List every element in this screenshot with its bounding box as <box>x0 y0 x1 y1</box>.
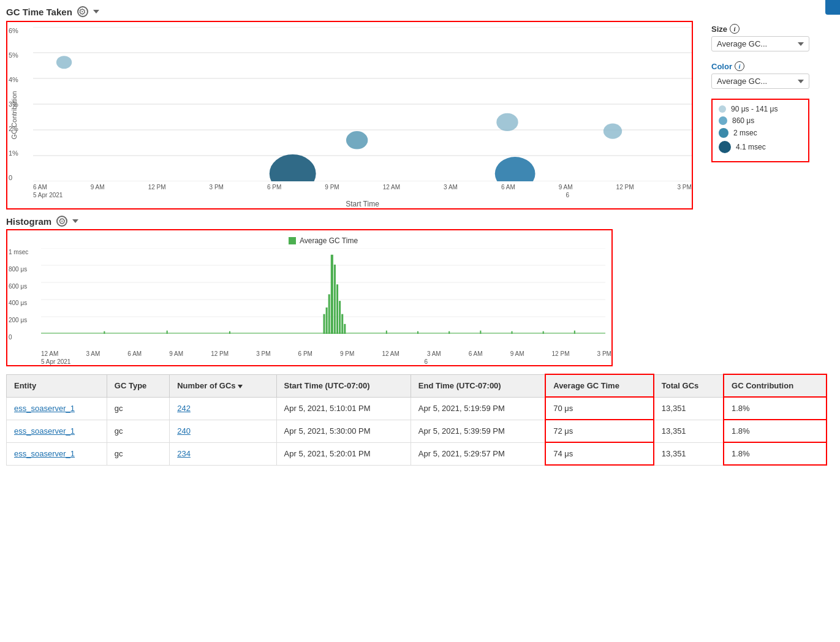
scatter-chart-container: GC Contribution 6% 5% 4% 3% 2% 1% 0 <box>6 21 699 210</box>
scatter-date2: 6 <box>566 192 569 198</box>
legend-item-4: 4.1 msec <box>719 141 802 153</box>
svg-rect-31 <box>167 331 168 334</box>
size-label-container: Size i <box>711 24 834 34</box>
histogram-chevron-icon[interactable] <box>72 219 78 223</box>
histogram-section-header: Histogram <box>6 216 840 227</box>
histogram-date2: 6 <box>424 358 428 365</box>
row3-total-gcs: 13,351 <box>654 442 724 465</box>
row2-gc-type: gc <box>107 420 169 442</box>
scatter-date-labels: 5 Apr 2021 6 <box>7 191 692 198</box>
legend-item-1: 90 μs - 141 μs <box>719 105 802 113</box>
svg-rect-38 <box>543 331 544 334</box>
row1-gc-contrib: 1.8% <box>724 397 827 420</box>
gc-time-chevron-icon[interactable] <box>93 10 99 13</box>
histogram-chart-title: Average GC Time <box>41 236 605 245</box>
size-dropdown-chevron <box>798 42 804 46</box>
row1-avg-gc: 70 μs <box>545 397 654 420</box>
svg-point-9 <box>346 131 368 149</box>
svg-rect-37 <box>512 331 513 334</box>
histogram-gear-icon[interactable] <box>56 216 67 227</box>
legend-item-2: 860 μs <box>719 116 802 125</box>
table-header-row: Entity GC Type Number of GCs Start Time … <box>7 374 827 397</box>
row1-gc-type: gc <box>107 397 169 420</box>
histogram-svg <box>41 248 605 334</box>
svg-point-12 <box>604 124 622 139</box>
histogram-inner: Average GC Time <box>7 230 611 353</box>
legend-circle-1 <box>719 105 726 113</box>
histogram-title: Histogram <box>6 216 51 227</box>
legend-label-3: 2 msec <box>733 129 757 137</box>
gc-time-section-header: GC Time Taken <box>6 6 840 17</box>
sort-arrow-icon[interactable] <box>238 385 243 388</box>
histogram-chart-title-text: Average GC Time <box>300 236 358 245</box>
row3-avg-gc: 74 μs <box>545 442 654 465</box>
gc-time-title: GC Time Taken <box>6 7 72 17</box>
color-dropdown-value: Average GC... <box>717 77 767 86</box>
scatter-yaxis-label: GC Contribution <box>10 91 18 140</box>
color-link[interactable]: Color <box>711 62 732 71</box>
row1-start-time: Apr 5, 2021, 5:10:01 PM <box>276 397 411 420</box>
histogram-chart-wrap: 1 msec 800 μs 600 μs 400 μs 200 μs 0 Ave… <box>6 229 613 366</box>
svg-rect-23 <box>331 255 333 334</box>
col-entity: Entity <box>7 374 107 397</box>
color-dropdown-chevron <box>798 80 804 83</box>
table-row: ess_soaserver_1 gc 242 Apr 5, 2021, 5:10… <box>7 397 827 420</box>
color-label-container: Color i <box>711 61 834 71</box>
scatter-date1: 5 Apr 2021 <box>33 192 62 198</box>
col-total-gcs: Total GCs <box>654 374 724 397</box>
svg-rect-33 <box>386 331 387 334</box>
svg-point-8 <box>270 154 316 181</box>
row3-gc-type: gc <box>107 442 169 465</box>
size-info-icon[interactable]: i <box>730 24 740 34</box>
svg-rect-28 <box>344 324 346 334</box>
col-end-time: End Time (UTC-07:00) <box>411 374 545 397</box>
scatter-chart-section: GC Contribution 6% 5% 4% 3% 2% 1% 0 <box>6 21 840 210</box>
svg-rect-26 <box>339 301 341 334</box>
row2-gc-contrib: 1.8% <box>724 420 827 442</box>
row1-end-time: Apr 5, 2021, 5:19:59 PM <box>411 397 545 420</box>
row2-end-time: Apr 5, 2021, 5:39:59 PM <box>411 420 545 442</box>
svg-point-7 <box>56 56 72 69</box>
legend-circle-4 <box>719 141 731 153</box>
scatter-chart-wrap: GC Contribution 6% 5% 4% 3% 2% 1% 0 <box>6 21 693 210</box>
scatter-xaxis-label: Start Time <box>7 198 692 208</box>
svg-point-10 <box>496 113 518 131</box>
svg-point-11 <box>495 157 535 181</box>
svg-rect-39 <box>574 331 575 334</box>
table-row: ess_soaserver_1 gc 240 Apr 5, 2021, 5:30… <box>7 420 827 442</box>
row3-num-gcs: 234 <box>170 442 276 465</box>
row2-total-gcs: 13,351 <box>654 420 724 442</box>
svg-rect-24 <box>334 265 336 334</box>
legend-label-4: 4.1 msec <box>736 143 766 151</box>
legend-label-2: 860 μs <box>732 116 754 125</box>
svg-rect-22 <box>328 294 330 334</box>
histogram-section: Histogram 1 msec 800 μs 600 μs 400 μs 20… <box>6 216 840 366</box>
row3-start-time: Apr 5, 2021, 5:20:01 PM <box>276 442 411 465</box>
row2-start-time: Apr 5, 2021, 5:30:00 PM <box>276 420 411 442</box>
size-dropdown[interactable]: Average GC... <box>711 36 809 51</box>
size-label-text: Size <box>711 25 727 34</box>
histogram-legend-square <box>289 237 296 244</box>
scatter-svg-container <box>7 22 692 206</box>
svg-rect-20 <box>324 314 325 334</box>
col-gc-type: GC Type <box>107 374 169 397</box>
legend-label-1: 90 μs - 141 μs <box>731 105 778 113</box>
histogram-chart-container: 1 msec 800 μs 600 μs 400 μs 200 μs 0 Ave… <box>6 229 840 366</box>
table-row: ess_soaserver_1 gc 234 Apr 5, 2021, 5:20… <box>7 442 827 465</box>
legend-circle-3 <box>719 128 728 138</box>
svg-rect-30 <box>104 331 105 334</box>
row1-entity: ess_soaserver_1 <box>7 397 107 420</box>
legend-circle-2 <box>719 116 727 125</box>
color-info-icon[interactable]: i <box>735 61 744 71</box>
svg-rect-36 <box>480 331 481 334</box>
table-body: ess_soaserver_1 gc 242 Apr 5, 2021, 5:10… <box>7 397 827 465</box>
main-container: GC Time Taken GC Contribution 6% 5% 4% 3… <box>0 0 840 466</box>
row2-entity: ess_soaserver_1 <box>7 420 107 442</box>
scatter-xaxis-ticks: 6 AM 9 AM 12 PM 3 PM 6 PM 9 PM 12 AM 3 A… <box>7 184 692 191</box>
svg-rect-32 <box>229 331 230 334</box>
svg-rect-27 <box>341 314 343 334</box>
right-panel: Size i Average GC... Color i Average GC.… <box>705 21 840 210</box>
gc-time-gear-icon[interactable] <box>77 6 88 17</box>
color-dropdown[interactable]: Average GC... <box>711 74 809 89</box>
svg-rect-21 <box>326 308 328 334</box>
